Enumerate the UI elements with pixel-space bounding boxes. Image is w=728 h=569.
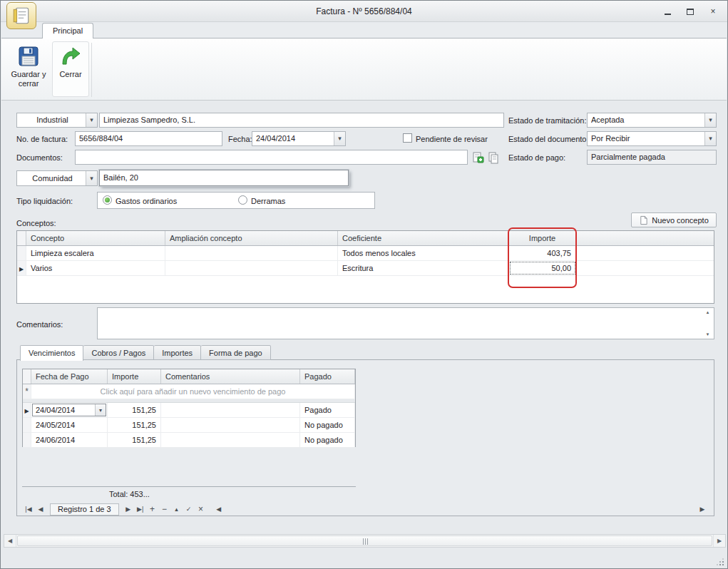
fecha-pago-cell[interactable]: 24/06/2014 <box>31 433 108 447</box>
vencimiento-row-2[interactable]: 24/05/2014 151,25 No pagado <box>23 418 355 433</box>
vencimiento-row-1[interactable]: ▶ 24/04/2014 ▾ 151,25 Pagado <box>23 403 355 418</box>
fecha-pago-cell[interactable]: 24/05/2014 <box>31 418 108 432</box>
gastos-ordinarios-label[interactable]: Gastos ordinarios <box>116 196 177 206</box>
concepto-row-1[interactable]: Limpieza escalera Todos menos locales 40… <box>17 246 714 261</box>
scroll-up-button[interactable]: ▲ <box>702 309 713 316</box>
comunidad-type-combo[interactable]: Comunidad ▾ <box>16 170 98 186</box>
minimize-button[interactable] <box>660 6 675 17</box>
nav-last-button[interactable]: ▶| <box>135 503 145 515</box>
tab-vencimientos[interactable]: Vencimientos <box>20 345 83 361</box>
provider-type-combo[interactable]: Industrial ▾ <box>16 113 98 128</box>
dropdown-arrow-icon[interactable]: ▾ <box>334 132 345 145</box>
comentarios-label: Comentarios: <box>16 319 63 329</box>
concepto-row-2[interactable]: ▶ Varios Escritura 50,00 <box>17 261 714 276</box>
copy-document-button[interactable] <box>486 150 501 165</box>
fecha-pago-editor[interactable]: 24/04/2014 ▾ <box>32 404 106 416</box>
dropdown-arrow-icon[interactable]: ▾ <box>86 171 97 185</box>
new-vencimiento-row[interactable]: * Click aquí para añadir un nuevo vencim… <box>23 384 355 399</box>
concepto-cell[interactable]: Limpieza escalera <box>26 246 165 260</box>
resize-grip[interactable] <box>715 557 724 565</box>
derramas-label[interactable]: Derramas <box>251 196 285 206</box>
comentarios-textarea[interactable]: ▲ ▼ <box>97 307 714 339</box>
app-menu-button[interactable] <box>6 2 36 29</box>
no-factura-field[interactable]: 5656/884/04 <box>75 131 222 146</box>
scroll-down-button[interactable]: ▼ <box>702 331 713 338</box>
comentarios-cell[interactable] <box>161 403 300 417</box>
comentarios-cell[interactable] <box>161 433 300 447</box>
nav-cancel-button[interactable]: × <box>196 503 206 515</box>
importe-cell[interactable]: 403,75 <box>509 246 576 260</box>
tab-importes[interactable]: Importes <box>154 345 201 360</box>
pagado-cell[interactable]: No pagado <box>300 433 355 447</box>
current-row-indicator: ▶ <box>17 261 26 275</box>
tab-forma-de-pago[interactable]: Forma de pago <box>201 345 271 360</box>
tab-cobros-pagos[interactable]: Cobros / Pagos <box>83 345 154 360</box>
importe-cell[interactable]: 151,25 <box>108 418 161 432</box>
col-header-importe[interactable]: Importe <box>108 369 161 384</box>
comunidad-type-value: Comunidad <box>21 171 84 185</box>
dropdown-arrow-icon[interactable]: ▾ <box>704 132 716 145</box>
nav-edit-button[interactable]: ▴ <box>172 503 182 515</box>
nav-delete-button[interactable]: − <box>160 503 170 515</box>
radio-gastos-ordinarios[interactable] <box>103 195 112 205</box>
pendiente-revisar-checkbox[interactable] <box>403 133 412 143</box>
fecha-combo[interactable]: 24/04/2014 ▾ <box>252 131 346 146</box>
dropdown-arrow-icon[interactable]: ▾ <box>704 113 716 127</box>
ampliacion-cell[interactable] <box>165 261 338 275</box>
dropdown-arrow-icon[interactable]: ▾ <box>86 113 97 127</box>
nav-post-button[interactable]: ✓ <box>184 503 194 515</box>
new-row-indicator: * <box>23 384 31 399</box>
grid-hscroll-left-button[interactable]: ◀ <box>214 503 224 515</box>
close-button[interactable]: × <box>706 6 720 17</box>
cerrar-button[interactable]: Cerrar <box>52 41 89 97</box>
invoice-app-icon <box>11 6 31 26</box>
new-row-hint[interactable]: Click aquí para añadir un nuevo vencimie… <box>31 384 355 399</box>
nav-prev-button[interactable]: ◀ <box>36 503 46 515</box>
tab-principal[interactable]: Principal <box>42 23 93 39</box>
guardar-y-cerrar-button[interactable]: Guardar y cerrar <box>10 41 47 97</box>
cerrar-label: Cerrar <box>53 70 88 79</box>
nav-first-button[interactable]: |◀ <box>24 503 34 515</box>
col-header-concepto[interactable]: Concepto <box>26 231 165 245</box>
col-header-pagado[interactable]: Pagado <box>300 369 355 384</box>
coeficiente-cell[interactable]: Escritura <box>338 261 509 275</box>
provider-name-field[interactable]: Limpiezas Sampedro, S.L. <box>99 113 504 128</box>
comentarios-cell[interactable] <box>161 418 300 432</box>
no-factura-label: No. de factura: <box>16 134 68 144</box>
vencimiento-row-3[interactable]: 24/06/2014 151,25 No pagado <box>23 433 355 448</box>
pagado-cell[interactable]: No pagado <box>300 418 355 432</box>
concepto-cell[interactable]: Varios <box>26 261 165 275</box>
horizontal-scrollbar[interactable]: ◀ ▶ <box>4 534 726 548</box>
radio-derramas[interactable] <box>238 195 247 205</box>
scroll-right-button[interactable]: ▶ <box>713 535 725 547</box>
titlebar[interactable]: Factura - Nº 5656/884/04 × <box>1 1 727 22</box>
row-indicator <box>23 418 31 432</box>
date-dropdown-icon[interactable]: ▾ <box>95 404 106 416</box>
comunidad-field[interactable]: Bailén, 20 <box>99 170 349 186</box>
maximize-button[interactable] <box>683 6 697 17</box>
importe-cell-focused[interactable]: 50,00 <box>509 261 576 275</box>
nuevo-concepto-button[interactable]: Nuevo concepto <box>631 212 717 227</box>
save-icon <box>17 45 40 68</box>
scroll-left-button[interactable]: ◀ <box>4 535 16 547</box>
pagado-cell[interactable]: Pagado <box>300 403 355 417</box>
add-document-button[interactable] <box>470 150 485 165</box>
grid-hscroll-right-button[interactable]: ▶ <box>697 503 707 515</box>
col-header-coeficiente[interactable]: Coeficiente <box>338 231 509 245</box>
nav-append-button[interactable]: + <box>148 503 158 515</box>
importe-cell[interactable]: 151,25 <box>108 433 161 447</box>
col-header-fecha-pago[interactable]: Fecha de Pago <box>31 369 108 384</box>
col-header-comentarios[interactable]: Comentarios <box>161 369 300 384</box>
importe-cell[interactable]: 151,25 <box>108 403 161 417</box>
col-header-ampliacion[interactable]: Ampliación concepto <box>165 231 338 245</box>
col-header-importe[interactable]: Importe <box>509 231 576 245</box>
ampliacion-cell[interactable] <box>165 246 338 260</box>
documentos-field[interactable] <box>75 150 468 165</box>
nav-next-button[interactable]: ▶ <box>123 503 133 515</box>
row-indicator <box>17 246 26 260</box>
estado-tramitacion-value: Aceptada <box>591 113 703 127</box>
estado-documento-combo[interactable]: Por Recibir ▾ <box>587 131 717 146</box>
scrollbar-thumb[interactable] <box>17 535 712 546</box>
estado-tramitacion-combo[interactable]: Aceptada ▾ <box>587 113 717 128</box>
coeficiente-cell[interactable]: Todos menos locales <box>338 246 509 260</box>
